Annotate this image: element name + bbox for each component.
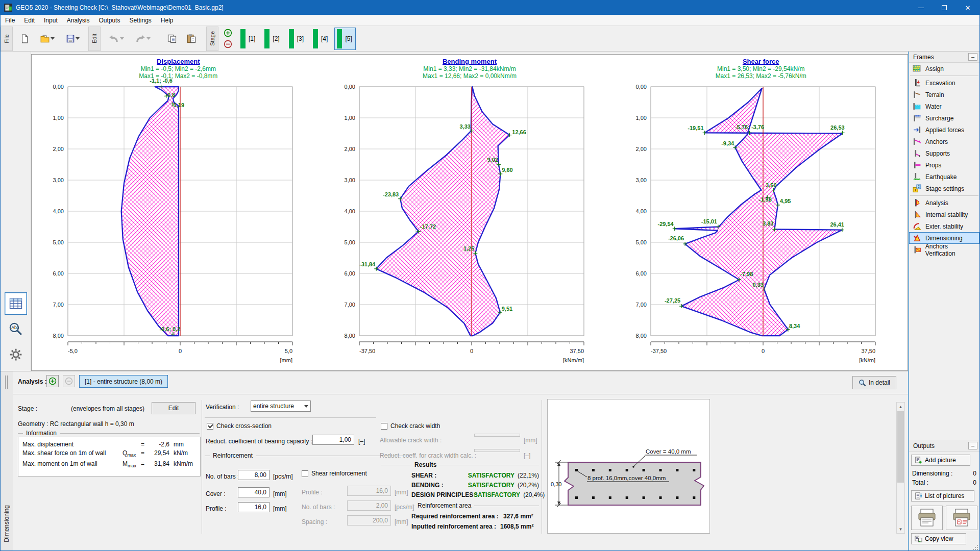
stage-button-4[interactable]: [4] — [310, 28, 331, 50]
close-button[interactable]: ✕ — [956, 1, 979, 15]
file-vertical-tab[interactable]: File — [1, 27, 13, 51]
paste-button[interactable] — [182, 29, 201, 49]
open-dropdown-caret[interactable] — [51, 37, 55, 40]
copy-button[interactable] — [163, 29, 181, 49]
edit-vertical-tab[interactable]: Edit — [88, 27, 101, 51]
reduct-coeff-label: Reduct. coefficient of bearing capacity … — [206, 438, 312, 445]
chart-value-label: 4,95 — [780, 198, 791, 204]
props-icon — [913, 161, 921, 169]
crack-reduct-field — [474, 449, 520, 452]
reduct-coeff-field[interactable]: 1,00 — [312, 435, 354, 445]
open-file-button[interactable] — [35, 29, 59, 49]
frames-item-earthquake[interactable]: Earthquake — [909, 171, 979, 183]
chart-min-line: Min1 = -0,5; Min2 = -2,6mm — [141, 65, 216, 72]
frames-item-anchors[interactable]: Anchors — [909, 136, 979, 147]
add-picture-button[interactable]: Add picture — [911, 455, 970, 466]
profile-field[interactable]: 16,0 — [238, 502, 270, 512]
select-caret-icon — [304, 405, 308, 408]
shear-reinforcement-checkbox[interactable] — [302, 470, 308, 477]
total-count: 0 — [973, 479, 976, 486]
redo-dropdown-caret[interactable] — [146, 37, 151, 40]
stage-button-3[interactable]: [3] — [286, 28, 307, 50]
svg-text:37,50: 37,50 — [570, 348, 584, 354]
frames-item-label: Water — [925, 103, 942, 110]
stage-vertical-tab[interactable]: Stage — [206, 27, 218, 51]
undo-dropdown-caret[interactable] — [120, 37, 124, 40]
menu-item-settings[interactable]: Settings — [125, 15, 156, 26]
resize-grip[interactable] — [972, 544, 978, 550]
add-stage-button[interactable] — [223, 28, 233, 38]
panel-grip[interactable] — [5, 375, 8, 389]
print-document-button[interactable] — [911, 506, 943, 530]
frames-item-surcharge[interactable]: Surcharge — [909, 112, 979, 124]
scroll-up-arrow[interactable]: ▲ — [897, 403, 904, 411]
geometry-label: Geometry : RC rectangular wall h = 0,30 … — [18, 420, 134, 428]
chart-value-label: -5,76; -3,76 — [735, 124, 764, 130]
menu-item-analysis[interactable]: Analysis — [62, 15, 94, 26]
results-table-button[interactable] — [5, 292, 27, 315]
save-dropdown-caret[interactable] — [76, 37, 80, 40]
svg-text:7,00: 7,00 — [635, 302, 646, 308]
maximize-button[interactable] — [933, 1, 956, 15]
edit-stage-button[interactable]: Edit — [152, 402, 195, 414]
outputs-panel-header: Outputs – — [909, 440, 979, 452]
stage-button-5[interactable]: [5] — [334, 28, 355, 50]
frames-item-props[interactable]: Props — [909, 159, 979, 171]
frames-panel-header: Frames – — [909, 52, 979, 63]
frames-item-internal-stability[interactable]: Internal stability — [909, 209, 979, 220]
bottom-panel-scrollbar[interactable]: ▲ ▼ — [896, 402, 905, 534]
frames-item-stage-settings[interactable]: 12Stage settings — [909, 183, 979, 194]
stage-button-1[interactable]: [1] — [238, 28, 259, 50]
check-cross-section-checkbox[interactable] — [207, 423, 213, 430]
chart-title: Shear force — [743, 58, 779, 65]
frames-item-exter-stability[interactable]: Exter. stability — [909, 220, 979, 232]
frames-collapse-button[interactable]: – — [968, 53, 977, 61]
save-button[interactable] — [60, 29, 85, 49]
menu-item-file[interactable]: File — [1, 15, 19, 26]
copy-view-button[interactable]: Copy view — [911, 533, 966, 544]
in-detail-button[interactable]: In detail — [852, 376, 896, 389]
frames-item-applied-forces[interactable]: Applied forces — [909, 124, 979, 136]
frames-item-analysis[interactable]: Analysis — [909, 197, 979, 209]
minimize-button[interactable] — [909, 1, 933, 15]
print-picture-button[interactable] — [946, 506, 977, 530]
excavation-icon — [913, 79, 921, 87]
outputs-collapse-button[interactable]: – — [968, 442, 977, 449]
svg-text:1,00: 1,00 — [635, 115, 646, 121]
chart-unit-label: [kN/m] — [859, 357, 875, 363]
frames-item-terrain[interactable]: Terrain — [909, 89, 979, 101]
svg-text:3,00: 3,00 — [345, 177, 355, 183]
chart-min-line: Min1 = 3,50; Min2 = -29,54kN/m — [717, 65, 804, 72]
undo-button[interactable] — [103, 29, 129, 49]
check-crack-width-checkbox[interactable] — [381, 423, 387, 430]
svg-text:37,50: 37,50 — [861, 348, 875, 354]
frames-item-supports[interactable]: Supports — [909, 147, 979, 159]
no-of-bars-field[interactable]: 8,00 — [238, 470, 270, 480]
menu-item-input[interactable]: Input — [39, 15, 62, 26]
redo-button[interactable] — [130, 29, 155, 49]
paste-icon — [186, 34, 197, 44]
remove-analysis-button[interactable] — [63, 375, 75, 387]
chart-area: DisplacementMin1 = -0,5; Min2 = -2,6mmMa… — [31, 54, 908, 371]
no-of-bars-label: No. of bars : — [206, 473, 239, 480]
scrollbar-thumb[interactable] — [897, 411, 904, 483]
menu-item-help[interactable]: Help — [156, 15, 178, 26]
menu-item-edit[interactable]: Edit — [19, 15, 39, 26]
abc-magnifier-button[interactable]: Abc — [5, 318, 27, 340]
frames-item-assign[interactable]: Assign — [909, 63, 979, 74]
settings-gear-button[interactable] — [5, 343, 27, 366]
list-of-pictures-button[interactable]: List of pictures — [911, 490, 974, 502]
menu-item-outputs[interactable]: Outputs — [94, 15, 125, 26]
verification-select[interactable]: entire structure — [251, 400, 311, 412]
scroll-down-arrow[interactable]: ▼ — [897, 525, 904, 533]
analysis-tab[interactable]: [1] - entire structure (8,00 m) — [79, 375, 168, 388]
frames-item-label: Dimensioning — [925, 235, 963, 242]
frames-item-anchors-verification[interactable]: Anchors Verification — [909, 244, 979, 256]
add-analysis-button[interactable] — [46, 375, 59, 387]
stage-button-2[interactable]: [2] — [262, 28, 283, 50]
remove-stage-button[interactable] — [223, 39, 233, 49]
c over-field[interactable]: 40,0 — [238, 487, 270, 497]
frames-item-water[interactable]: Water — [909, 101, 979, 112]
new-file-button[interactable] — [15, 29, 34, 49]
frames-item-excavation[interactable]: Excavation — [909, 77, 979, 89]
